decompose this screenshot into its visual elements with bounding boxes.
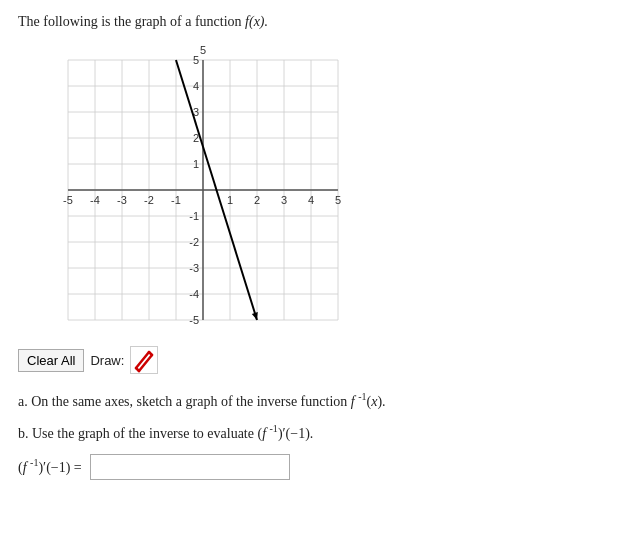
graph-canvas[interactable] — [18, 40, 358, 340]
draw-label: Draw: — [90, 353, 124, 368]
controls-row: Clear All Draw: — [18, 346, 605, 374]
svg-line-3 — [136, 368, 139, 371]
question-b-text: b. Use the graph of the inverse to evalu… — [18, 426, 313, 441]
header: The following is the graph of a function… — [18, 14, 605, 30]
answer-label: (f -1)′(−1) = — [18, 454, 82, 480]
answer-input[interactable] — [90, 454, 290, 480]
answer-row: (f -1)′(−1) = — [18, 454, 605, 480]
questions-section: a. On the same axes, sketch a graph of t… — [18, 388, 605, 480]
question-a: a. On the same axes, sketch a graph of t… — [18, 388, 605, 414]
clear-all-button[interactable]: Clear All — [18, 349, 84, 372]
function-label: f(x). — [245, 14, 268, 29]
question-a-text: a. On the same axes, sketch a graph of t… — [18, 394, 386, 409]
header-text: The following is the graph of a function… — [18, 14, 605, 30]
question-b: b. Use the graph of the inverse to evalu… — [18, 420, 605, 446]
draw-pencil-button[interactable] — [130, 346, 158, 374]
graph-container — [18, 40, 358, 340]
pencil-icon — [131, 347, 157, 373]
